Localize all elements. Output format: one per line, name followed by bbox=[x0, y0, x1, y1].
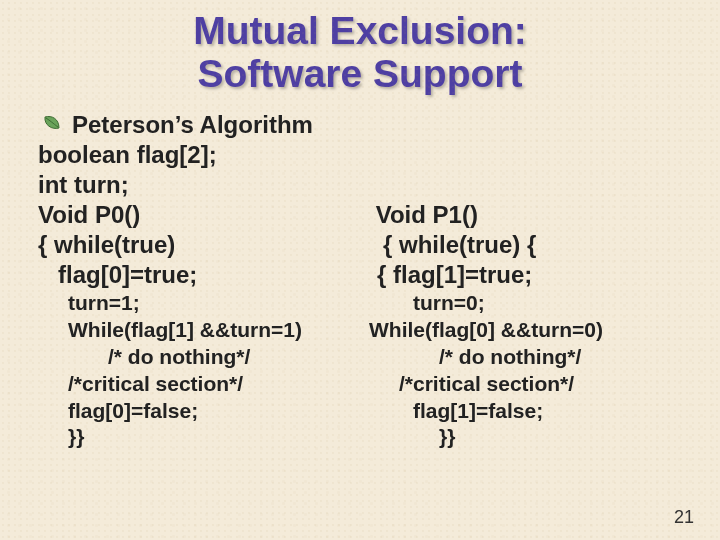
p1-end: }} bbox=[369, 424, 692, 451]
decl-turn: int turn; bbox=[28, 170, 692, 200]
p1-donothing: /* do nothing*/ bbox=[369, 344, 692, 371]
p1-critical: /*critical section*/ bbox=[369, 371, 692, 398]
bullet-text: Peterson’s Algorithm bbox=[72, 111, 313, 138]
title-line-1: Mutual Exclusion: bbox=[193, 9, 527, 52]
decl-flag: boolean flag[2]; bbox=[28, 140, 692, 170]
p0-critical: /*critical section*/ bbox=[38, 371, 361, 398]
p1-turn: turn=0; bbox=[369, 290, 692, 317]
slide-body: Peterson’s Algorithm boolean flag[2]; in… bbox=[0, 110, 720, 451]
p0-flag-clear: flag[0]=false; bbox=[38, 398, 361, 425]
leaf-bullet-icon bbox=[42, 114, 62, 134]
p1-flag-set: { flag[1]=true; bbox=[369, 260, 692, 290]
bullet-item: Peterson’s Algorithm bbox=[28, 110, 692, 140]
p0-spin: While(flag[1] &&turn=1) bbox=[38, 317, 361, 344]
p0-column: Void P0() { while(true) flag[0]=true; tu… bbox=[28, 200, 361, 451]
p1-column: Void P1() { while(true) { { flag[1]=true… bbox=[361, 200, 692, 451]
p1-while: { while(true) { bbox=[369, 230, 692, 260]
p1-flag-clear: flag[1]=false; bbox=[369, 398, 692, 425]
p0-donothing: /* do nothing*/ bbox=[38, 344, 361, 371]
p0-end: }} bbox=[38, 424, 361, 451]
p1-sig: Void P1() bbox=[369, 200, 692, 230]
p0-turn: turn=1; bbox=[38, 290, 361, 317]
code-columns: Void P0() { while(true) flag[0]=true; tu… bbox=[28, 200, 692, 451]
slide-title: Mutual Exclusion: Software Support bbox=[0, 0, 720, 96]
page-number: 21 bbox=[674, 507, 694, 528]
p0-while: { while(true) bbox=[38, 230, 361, 260]
title-line-2: Software Support bbox=[197, 52, 522, 95]
p0-flag-set: flag[0]=true; bbox=[38, 260, 361, 290]
p0-sig: Void P0() bbox=[38, 200, 361, 230]
p1-spin: While(flag[0] &&turn=0) bbox=[369, 317, 692, 344]
